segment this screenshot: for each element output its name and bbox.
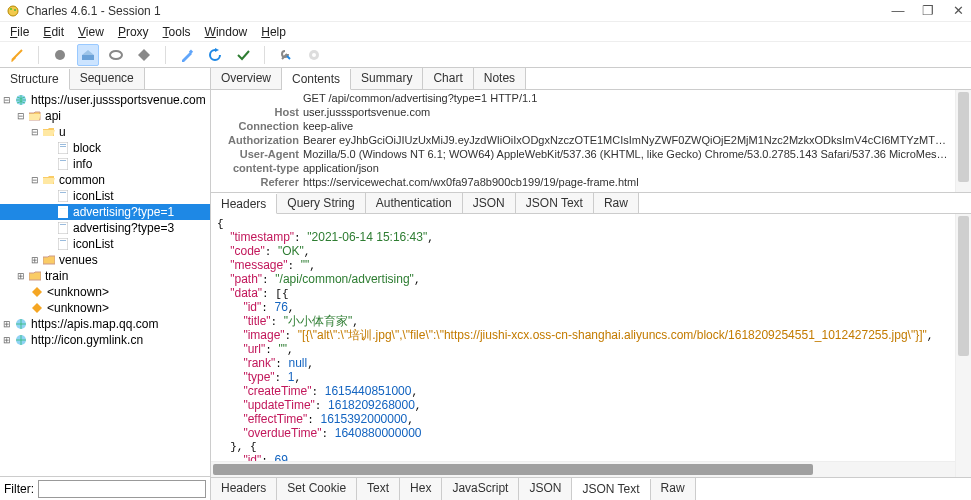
tab-notes[interactable]: Notes — [474, 68, 526, 89]
file-icon — [56, 189, 70, 203]
tree-item-block[interactable]: block — [0, 140, 210, 156]
tree-item-adv1[interactable]: advertising?type=1 — [0, 204, 210, 220]
folder-open-icon — [28, 109, 42, 123]
tree-folder-u[interactable]: ⊟u — [0, 124, 210, 140]
response-body-pane: { "timestamp": "2021-06-14 15:16:43", "c… — [211, 214, 971, 478]
reqtab-raw[interactable]: Raw — [594, 193, 639, 213]
reqtab-jsontext[interactable]: JSON Text — [516, 193, 594, 213]
globe-icon — [14, 333, 28, 347]
svg-rect-20 — [58, 222, 68, 234]
scrollbar-vertical[interactable] — [955, 90, 971, 192]
close-button[interactable]: ✕ — [951, 3, 965, 18]
maximize-button[interactable]: ❐ — [921, 3, 935, 18]
filter-label: Filter: — [4, 482, 34, 496]
svg-point-5 — [110, 51, 122, 59]
svg-rect-17 — [60, 192, 66, 193]
refresh-icon[interactable] — [204, 44, 226, 66]
json-text-view[interactable]: { "timestamp": "2021-06-14 15:16:43", "c… — [211, 214, 971, 477]
tab-overview[interactable]: Overview — [211, 68, 282, 89]
record-icon[interactable] — [49, 44, 71, 66]
tab-structure[interactable]: Structure — [0, 69, 70, 90]
tree-host[interactable]: ⊟https://user.jusssportsvenue.com — [0, 92, 210, 108]
resptab-javascript[interactable]: JavaScript — [442, 478, 519, 500]
tree-folder-train[interactable]: ⊞train — [0, 268, 210, 284]
tree-item-iconlist2[interactable]: iconList — [0, 236, 210, 252]
broom-icon[interactable] — [6, 44, 28, 66]
globe-icon — [14, 93, 28, 107]
hdr-auth: Bearer eyJhbGciOiJIUzUxMiJ9.eyJzdWIiOiIx… — [303, 134, 953, 146]
resptab-json[interactable]: JSON — [519, 478, 572, 500]
svg-rect-11 — [58, 142, 68, 154]
resptab-headers[interactable]: Headers — [211, 478, 277, 500]
tab-contents[interactable]: Contents — [282, 69, 351, 90]
menu-bar: File Edit View Proxy Tools Window Help — [0, 22, 971, 42]
app-icon — [6, 4, 20, 18]
tree-folder-api[interactable]: ⊟api — [0, 108, 210, 124]
breakpoints-icon[interactable] — [133, 44, 155, 66]
tree-host[interactable]: ⊞http://icon.gymlink.cn — [0, 332, 210, 348]
reqtab-headers[interactable]: Headers — [211, 194, 277, 214]
menu-help[interactable]: Help — [255, 23, 292, 41]
tree-folder-common[interactable]: ⊟common — [0, 172, 210, 188]
throttle-icon[interactable] — [105, 44, 127, 66]
menu-tools[interactable]: Tools — [157, 23, 197, 41]
folder-open-icon — [42, 125, 56, 139]
svg-rect-14 — [58, 158, 68, 170]
diamond-icon — [30, 301, 44, 315]
tree-item-adv3[interactable]: advertising?type=3 — [0, 220, 210, 236]
svg-rect-16 — [58, 190, 68, 202]
menu-proxy[interactable]: Proxy — [112, 23, 155, 41]
svg-rect-18 — [58, 206, 68, 218]
hdr-ua: Mozilla/5.0 (Windows NT 6.1; WOW64) Appl… — [303, 148, 953, 160]
filter-input[interactable] — [38, 480, 206, 498]
tree-item-info[interactable]: info — [0, 156, 210, 172]
svg-marker-24 — [32, 287, 42, 297]
tab-summary[interactable]: Summary — [351, 68, 423, 89]
hdr-ct: application/json — [303, 162, 953, 174]
hdr-host: user.jusssportsvenue.com — [303, 106, 953, 118]
resptab-text[interactable]: Text — [357, 478, 400, 500]
svg-rect-15 — [60, 160, 66, 161]
menu-edit[interactable]: Edit — [37, 23, 70, 41]
tab-chart[interactable]: Chart — [423, 68, 473, 89]
folder-icon — [42, 253, 56, 267]
reqtab-json[interactable]: JSON — [463, 193, 516, 213]
minimize-button[interactable]: — — [891, 3, 905, 18]
resptab-hex[interactable]: Hex — [400, 478, 442, 500]
svg-rect-13 — [60, 146, 66, 147]
svg-marker-25 — [32, 303, 42, 313]
tree-item-unknown[interactable]: <unknown> — [0, 300, 210, 316]
menu-window[interactable]: Window — [199, 23, 254, 41]
hdr-host-label: Host — [217, 106, 299, 118]
left-pane: Structure Sequence ⊟https://user.jussspo… — [0, 68, 211, 500]
edit-icon[interactable] — [176, 44, 198, 66]
menu-view[interactable]: View — [72, 23, 110, 41]
hdr-ua-label: User-Agent — [217, 148, 299, 160]
menu-file[interactable]: File — [4, 23, 35, 41]
tree-host[interactable]: ⊞https://apis.map.qq.com — [0, 316, 210, 332]
svg-point-3 — [55, 50, 65, 60]
scrollbar-vertical[interactable] — [955, 214, 971, 477]
hdr-connection-label: Connection — [217, 120, 299, 132]
scrollbar-horizontal[interactable] — [211, 461, 955, 477]
hdr-referer-label: Referer — [217, 176, 299, 188]
ssl-proxy-icon[interactable] — [77, 44, 99, 66]
reqtab-auth[interactable]: Authentication — [366, 193, 463, 213]
hdr-ct-label: content-type — [217, 162, 299, 174]
svg-marker-6 — [138, 49, 150, 61]
structure-tree[interactable]: ⊟https://user.jusssportsvenue.com ⊟api ⊟… — [0, 90, 210, 476]
tree-folder-venues[interactable]: ⊞venues — [0, 252, 210, 268]
tools-icon[interactable] — [275, 44, 297, 66]
tree-item-iconlist[interactable]: iconList — [0, 188, 210, 204]
check-icon[interactable] — [232, 44, 254, 66]
hdr-auth-label: Authorization — [217, 134, 299, 146]
resptab-setcookie[interactable]: Set Cookie — [277, 478, 357, 500]
resptab-raw[interactable]: Raw — [651, 478, 696, 500]
svg-rect-21 — [60, 224, 66, 225]
settings-icon[interactable] — [303, 44, 325, 66]
tree-item-unknown[interactable]: <unknown> — [0, 284, 210, 300]
reqtab-query[interactable]: Query String — [277, 193, 365, 213]
tab-sequence[interactable]: Sequence — [70, 68, 145, 89]
resptab-jsontext[interactable]: JSON Text — [572, 479, 650, 500]
folder-icon — [28, 269, 42, 283]
